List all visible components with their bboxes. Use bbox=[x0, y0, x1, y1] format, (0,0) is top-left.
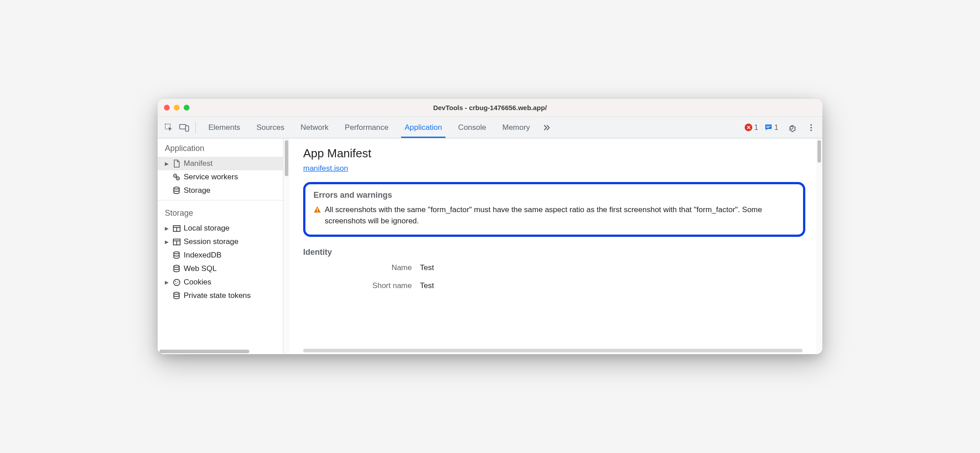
svg-rect-2 bbox=[185, 126, 189, 131]
manifest-link[interactable]: manifest.json bbox=[303, 164, 348, 173]
tab-elements[interactable]: Elements bbox=[200, 117, 248, 138]
sidebar-item-service-workers[interactable]: Service workers bbox=[158, 170, 283, 184]
tab-label: Application bbox=[405, 123, 442, 132]
sidebar-divider bbox=[158, 200, 283, 200]
svg-point-9 bbox=[175, 175, 176, 176]
database-icon bbox=[172, 251, 181, 259]
sidebar-item-label: Web SQL bbox=[184, 264, 216, 273]
settings-button[interactable] bbox=[785, 121, 798, 134]
gear-icon bbox=[787, 123, 796, 132]
sidebar-item-label: Local storage bbox=[184, 224, 230, 233]
horizontal-scrollbar[interactable] bbox=[159, 350, 249, 353]
warning-icon bbox=[313, 206, 321, 213]
svg-point-21 bbox=[173, 279, 180, 285]
main-horizontal-scrollbar[interactable] bbox=[303, 349, 803, 352]
svg-point-11 bbox=[177, 178, 178, 179]
sidebar-item-label: Session storage bbox=[184, 237, 238, 246]
svg-point-25 bbox=[174, 292, 179, 294]
kv-value: Test bbox=[420, 263, 434, 272]
errors-indicator[interactable]: ✕ 1 bbox=[745, 124, 758, 132]
scrollbar-thumb[interactable] bbox=[817, 140, 821, 163]
sidebar-item-private-state-tokens[interactable]: Private state tokens bbox=[158, 289, 283, 302]
expand-arrow-icon: ▶ bbox=[165, 280, 169, 285]
file-icon bbox=[172, 160, 181, 168]
titlebar: DevTools - crbug-1476656.web.app/ bbox=[158, 99, 822, 117]
svg-rect-1 bbox=[180, 124, 186, 129]
errors-and-warnings-box: Errors and warnings All screenshots with… bbox=[303, 182, 805, 237]
errors-section-title: Errors and warnings bbox=[313, 191, 795, 200]
scrollbar-thumb[interactable] bbox=[285, 140, 288, 176]
tab-sources[interactable]: Sources bbox=[248, 117, 292, 138]
devtools-window: DevTools - crbug-1476656.web.app/ Elemen… bbox=[158, 99, 822, 354]
svg-rect-26 bbox=[317, 209, 318, 211]
svg-rect-27 bbox=[317, 211, 318, 212]
tab-memory[interactable]: Memory bbox=[494, 117, 538, 138]
more-options-button[interactable] bbox=[804, 121, 818, 134]
tab-performance[interactable]: Performance bbox=[337, 117, 397, 138]
tab-console[interactable]: Console bbox=[450, 117, 494, 138]
tab-network[interactable]: Network bbox=[292, 117, 336, 138]
svg-point-23 bbox=[177, 282, 178, 283]
devtools-toolbar: Elements Sources Network Performance App… bbox=[158, 117, 822, 138]
tab-application[interactable]: Application bbox=[397, 117, 450, 138]
sidebar-vertical-scrollbar[interactable] bbox=[283, 138, 290, 354]
svg-point-22 bbox=[175, 281, 176, 282]
zoom-window-button[interactable] bbox=[184, 105, 190, 111]
main-vertical-scrollbar[interactable] bbox=[816, 138, 822, 354]
sidebar-item-local-storage[interactable]: ▶ Local storage bbox=[158, 222, 283, 235]
close-window-button[interactable] bbox=[164, 105, 170, 111]
svg-point-7 bbox=[810, 129, 812, 131]
application-sidebar: Application ▶ Manifest Service workers bbox=[158, 138, 283, 354]
cookie-icon bbox=[172, 279, 181, 286]
sidebar-item-label: Cookies bbox=[184, 278, 211, 287]
inspect-element-icon[interactable] bbox=[162, 121, 176, 134]
sidebar-item-manifest[interactable]: ▶ Manifest bbox=[158, 157, 283, 170]
sidebar-item-cookies[interactable]: ▶ Cookies bbox=[158, 275, 283, 289]
sidebar-item-label: Private state tokens bbox=[184, 291, 251, 300]
kv-label: Short name bbox=[303, 281, 420, 290]
svg-point-12 bbox=[174, 187, 179, 189]
identity-section-title: Identity bbox=[303, 248, 805, 257]
toolbar-divider bbox=[195, 122, 196, 133]
warning-text: All screenshots with the same "form_fact… bbox=[325, 204, 795, 226]
minimize-window-button[interactable] bbox=[174, 105, 180, 111]
warning-row: All screenshots with the same "form_fact… bbox=[313, 204, 795, 226]
sidebar-item-session-storage[interactable]: ▶ Session storage bbox=[158, 235, 283, 249]
gears-icon bbox=[172, 173, 181, 181]
sidebar-section-application: Application bbox=[158, 138, 283, 157]
table-icon bbox=[172, 239, 181, 245]
tab-label: Performance bbox=[345, 123, 388, 132]
sidebar-item-indexeddb[interactable]: IndexedDB bbox=[158, 249, 283, 262]
sidebar-item-label: Service workers bbox=[184, 173, 238, 182]
svg-point-5 bbox=[810, 124, 812, 125]
messages-indicator[interactable]: 1 bbox=[764, 124, 778, 132]
table-icon bbox=[172, 225, 181, 232]
toolbar-right-group: ✕ 1 1 bbox=[745, 121, 818, 134]
content-area: Application ▶ Manifest Service workers bbox=[158, 138, 822, 354]
kv-label: Name bbox=[303, 263, 420, 272]
more-tabs-button[interactable] bbox=[538, 117, 556, 138]
sidebar-item-storage[interactable]: Storage bbox=[158, 184, 283, 197]
tab-label: Elements bbox=[208, 123, 240, 132]
page-heading: App Manifest bbox=[303, 147, 805, 160]
sidebar-item-websql[interactable]: Web SQL bbox=[158, 262, 283, 275]
window-title: DevTools - crbug-1476656.web.app/ bbox=[158, 104, 822, 111]
error-icon: ✕ bbox=[745, 124, 752, 131]
expand-arrow-icon: ▶ bbox=[165, 239, 169, 245]
tab-label: Sources bbox=[256, 123, 284, 132]
identity-row-name: Name Test bbox=[303, 263, 805, 272]
sidebar-item-label: IndexedDB bbox=[184, 251, 221, 260]
svg-point-24 bbox=[176, 283, 177, 284]
error-count: 1 bbox=[754, 124, 758, 132]
svg-rect-3 bbox=[766, 126, 771, 126]
database-icon bbox=[172, 187, 181, 195]
message-icon bbox=[764, 124, 773, 132]
device-toolbar-icon[interactable] bbox=[177, 121, 191, 134]
sidebar-item-label: Storage bbox=[184, 186, 211, 195]
sidebar-section-storage: Storage bbox=[158, 203, 283, 222]
database-icon bbox=[172, 292, 181, 300]
svg-point-19 bbox=[174, 252, 179, 253]
sidebar-item-label: Manifest bbox=[184, 159, 212, 168]
svg-rect-4 bbox=[766, 127, 769, 128]
kv-value: Test bbox=[420, 281, 434, 290]
